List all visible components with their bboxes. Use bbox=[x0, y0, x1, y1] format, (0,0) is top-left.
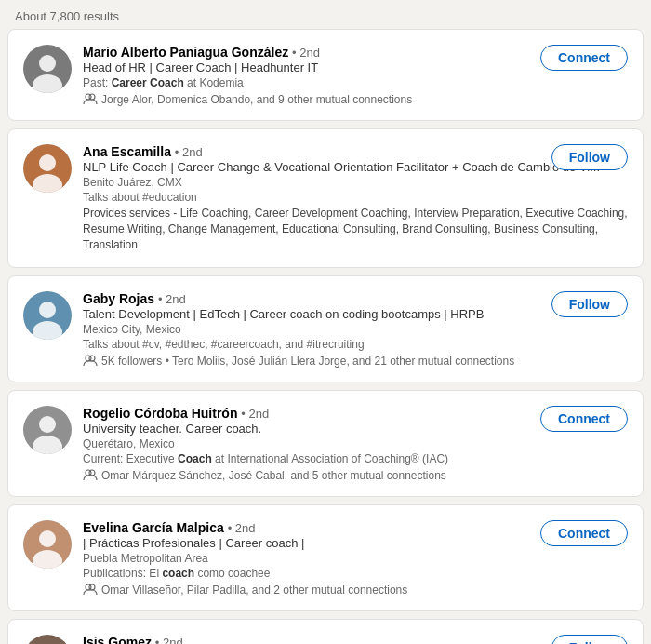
past-mario: Past: Career Coach at Kodemia bbox=[83, 76, 628, 89]
tags-ana: Talks about #education bbox=[83, 191, 628, 204]
mutual-mario: Jorge Alor, Domenica Obando, and 9 other… bbox=[83, 92, 628, 107]
svg-point-22 bbox=[89, 584, 95, 590]
connect-button-evelina[interactable]: Connect bbox=[540, 520, 628, 546]
svg-point-9 bbox=[39, 302, 56, 318]
svg-point-12 bbox=[89, 356, 95, 361]
svg-point-14 bbox=[39, 416, 56, 433]
title-ana: NLP Life Coach | Career Change & Vocatio… bbox=[83, 160, 628, 174]
avatar-mario bbox=[23, 45, 72, 93]
services-ana: Provides services - Life Coaching, Caree… bbox=[83, 206, 628, 252]
info-gaby: Gaby Rojas • 2ndTalent Development | EdT… bbox=[83, 291, 628, 369]
mutual-text: 5K followers • Tero Moliis, José Julián … bbox=[101, 355, 514, 368]
avatar-isis bbox=[23, 635, 72, 644]
name-gaby: Gaby Rojas • 2nd bbox=[83, 291, 628, 306]
person-card-isis: Isis Gomez • 2ndCareer Coach | Recruiter… bbox=[7, 619, 644, 644]
mutual-gaby: 5K followers • Tero Moliis, José Julián … bbox=[83, 354, 628, 369]
location-gaby: Mexico City, Mexico bbox=[83, 323, 628, 336]
avatar-rogelio bbox=[23, 406, 72, 454]
person-card-rogelio: Rogelio Córdoba Huitrón • 2ndUniversity … bbox=[7, 390, 644, 497]
publications-evelina: Publications: El coach como coachee bbox=[83, 567, 628, 580]
info-isis: Isis Gomez • 2ndCareer Coach | Recruiter… bbox=[83, 635, 628, 644]
mutual-text: Omar Villaseñor, Pilar Padilla, and 2 ot… bbox=[101, 584, 407, 597]
svg-point-4 bbox=[89, 94, 95, 100]
degree-badge: • 2nd bbox=[155, 636, 183, 644]
svg-point-17 bbox=[89, 470, 95, 476]
tags-gaby: Talks about #cv, #edthec, #careercoach, … bbox=[83, 338, 628, 351]
follow-button-ana[interactable]: Follow bbox=[551, 144, 628, 170]
person-card-gaby: Gaby Rojas • 2ndTalent Development | EdT… bbox=[7, 275, 644, 382]
svg-point-19 bbox=[39, 530, 56, 547]
avatar-evelina bbox=[23, 520, 72, 569]
name-text: Ana Escamilla bbox=[83, 144, 171, 159]
degree-badge: • 2nd bbox=[292, 46, 320, 60]
location-evelina: Puebla Metropolitan Area bbox=[83, 552, 628, 565]
mutual-evelina: Omar Villaseñor, Pilar Padilla, and 2 ot… bbox=[83, 583, 628, 597]
location-ana: Benito Juárez, CMX bbox=[83, 176, 628, 189]
svg-point-6 bbox=[39, 154, 56, 171]
follow-button-isis[interactable]: Follow bbox=[551, 635, 628, 644]
person-card-ana: Ana Escamilla • 2ndNLP Life Coach | Care… bbox=[7, 128, 644, 268]
degree-badge: • 2nd bbox=[158, 292, 186, 306]
name-text: Gaby Rojas bbox=[83, 291, 154, 306]
degree-badge: • 2nd bbox=[241, 407, 269, 421]
mutual-rogelio: Omar Márquez Sánchez, José Cabal, and 5 … bbox=[83, 468, 628, 483]
person-card-mario: Mario Alberto Paniagua González • 2ndHea… bbox=[7, 29, 644, 121]
follow-button-gaby[interactable]: Follow bbox=[551, 291, 628, 317]
avatar-ana bbox=[23, 144, 72, 193]
name-text: Rogelio Córdoba Huitrón bbox=[83, 406, 237, 421]
info-ana: Ana Escamilla • 2ndNLP Life Coach | Care… bbox=[83, 144, 628, 254]
mutual-text: Jorge Alor, Domenica Obando, and 9 other… bbox=[101, 93, 412, 106]
mutual-text: Omar Márquez Sánchez, José Cabal, and 5 … bbox=[101, 469, 446, 482]
person-card-evelina: Evelina García Malpica • 2nd| Prácticas … bbox=[7, 504, 644, 611]
current-rogelio: Current: Executive Coach at Internationa… bbox=[83, 452, 628, 465]
svg-point-23 bbox=[23, 635, 72, 644]
avatar-gaby bbox=[23, 291, 72, 340]
name-text: Isis Gomez bbox=[83, 635, 152, 644]
title-gaby: Talent Development | EdTech | Career coa… bbox=[83, 307, 628, 321]
connect-button-mario[interactable]: Connect bbox=[540, 45, 628, 71]
results-count: About 7,800 results bbox=[0, 0, 651, 29]
name-ana: Ana Escamilla • 2nd bbox=[83, 144, 628, 159]
degree-badge: • 2nd bbox=[228, 521, 256, 535]
degree-badge: • 2nd bbox=[175, 145, 203, 159]
connect-button-rogelio[interactable]: Connect bbox=[540, 406, 628, 432]
location-rogelio: Querétaro, Mexico bbox=[83, 437, 628, 450]
svg-point-1 bbox=[39, 55, 56, 72]
name-isis: Isis Gomez • 2nd bbox=[83, 635, 628, 644]
name-text: Mario Alberto Paniagua González bbox=[83, 45, 288, 60]
name-text: Evelina García Malpica bbox=[83, 520, 224, 535]
